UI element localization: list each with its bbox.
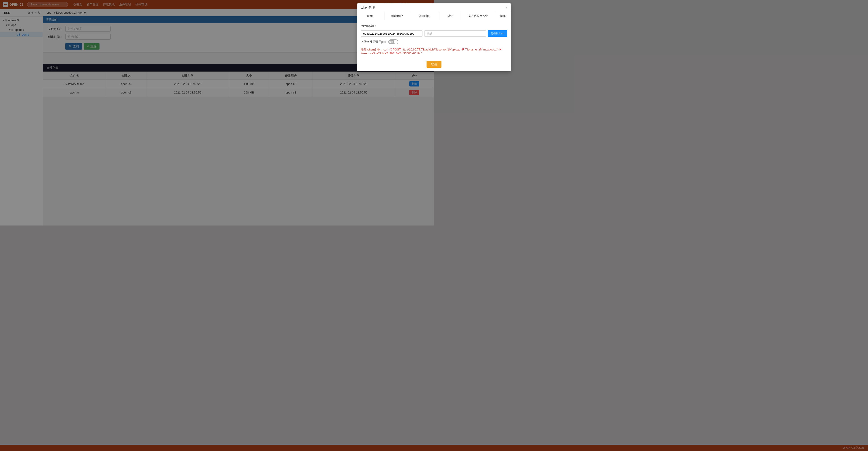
token-add-label: token添加： <box>361 24 434 28</box>
modal-col-create-time: 创建时间 <box>409 12 434 20</box>
modal-title: token管理 <box>361 6 375 10</box>
token-value-input[interactable] <box>361 30 423 37</box>
toggle-knob <box>394 40 398 44</box>
modal-col-token: token <box>357 12 384 20</box>
token-input-row: 添加token <box>361 30 434 37</box>
modal-overlay[interactable]: token管理 × token 创建用户 创建时间 描述 成功后调用作业 操作 … <box>0 0 434 225</box>
toggle-switch[interactable]: OFF <box>388 39 398 45</box>
desc-input[interactable] <box>424 30 434 37</box>
modal-col-creator: 创建用户 <box>384 12 409 20</box>
modal-body: token添加： 添加token 上传文件后调用job: OFF 添加token… <box>357 20 434 59</box>
upload-job-label: 上传文件后调用job: <box>361 40 386 44</box>
upload-job-row: 上传文件后调用job: OFF <box>361 39 434 45</box>
cancel-button[interactable]: 取消 <box>427 61 434 68</box>
command-section: 添加token命令： curl -X POST http://10.60.77.… <box>361 48 434 55</box>
modal-header: token管理 × <box>357 3 434 12</box>
modal-footer: 取消 <box>357 59 434 71</box>
modal-table-header: token 创建用户 创建时间 描述 成功后调用作业 操作 <box>357 12 434 20</box>
command-label: 添加token命令： <box>361 48 383 51</box>
token-modal: token管理 × token 创建用户 创建时间 描述 成功后调用作业 操作 … <box>357 3 434 71</box>
toggle-text: OFF <box>389 41 394 43</box>
